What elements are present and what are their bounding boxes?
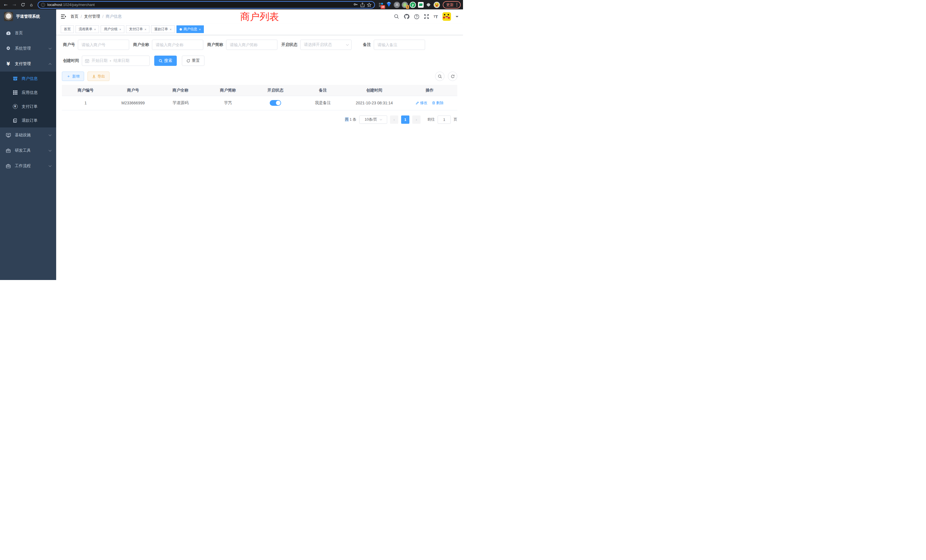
search-button[interactable]: 搜索 xyxy=(154,56,177,66)
sidebar-item-refund-order[interactable]: 退款订单 xyxy=(0,114,56,127)
close-icon[interactable]: × xyxy=(94,28,96,31)
sidebar: 芋道管理系统 首页 系统管理 ¥ 支付管理 xyxy=(0,9,56,280)
goto-page-input[interactable] xyxy=(437,115,451,124)
status-select[interactable]: 请选择开启状态 xyxy=(300,39,351,50)
chevron-up-icon xyxy=(49,63,51,66)
close-icon[interactable]: × xyxy=(169,28,171,31)
chevron-down-icon xyxy=(49,47,51,49)
avatar-caret-icon[interactable] xyxy=(455,16,458,19)
merchant-table: 商户编号 商户号 商户全称 商户简称 开启状态 备注 创建时间 操作 1 M23… xyxy=(62,85,457,110)
sidebar-logo[interactable]: 芋道管理系统 xyxy=(0,9,56,24)
merchant-no-input[interactable] xyxy=(78,39,129,50)
home-icon[interactable]: ⌂ xyxy=(28,2,35,8)
extension-gem-icon[interactable] xyxy=(386,2,392,8)
tab-merchant-info[interactable]: 商户信息× xyxy=(177,26,204,33)
refresh-table-button[interactable] xyxy=(448,71,457,81)
breadcrumb: 首页 / 支付管理 / 商户信息 xyxy=(70,14,122,19)
delete-link[interactable]: 删除 xyxy=(432,100,443,106)
sidebar-item-app-info[interactable]: 应用信息 xyxy=(0,86,56,100)
remark-label: 备注 xyxy=(363,42,371,47)
hamburger-collapse-icon[interactable] xyxy=(61,14,67,19)
github-icon[interactable] xyxy=(404,14,409,20)
full-name-input[interactable] xyxy=(152,39,203,50)
extension-chat-icon[interactable] xyxy=(418,2,424,8)
briefcase-icon xyxy=(6,164,11,168)
site-info-icon[interactable]: i xyxy=(41,3,45,7)
status-toggle[interactable] xyxy=(270,100,281,106)
pay-submenu: 商户信息 应用信息 ¥ 支付订单 退款订单 xyxy=(0,71,56,127)
password-key-icon[interactable] xyxy=(353,2,358,7)
plus-icon: ＋ xyxy=(67,74,70,79)
col-merchant-no: 商户号 xyxy=(109,85,156,96)
tab-user-group[interactable]: 用户分组× xyxy=(101,26,124,33)
fullscreen-icon[interactable] xyxy=(424,14,429,19)
sidebar-item-merchant-info[interactable]: 商户信息 xyxy=(0,71,56,86)
merchant-no-label: 商户号 xyxy=(63,42,75,47)
close-icon[interactable]: × xyxy=(199,28,201,31)
col-status: 开启状态 xyxy=(252,85,299,96)
breadcrumb-pay[interactable]: 支付管理 xyxy=(84,14,100,19)
cell-create-time: 2021-10-23 08:31:14 xyxy=(346,96,402,110)
extension-blob-icon[interactable]: 1 xyxy=(402,2,408,8)
close-icon[interactable]: × xyxy=(119,28,121,31)
sidebar-item-home[interactable]: 首页 xyxy=(0,26,56,41)
search-icon xyxy=(159,59,162,63)
address-bar[interactable]: i localhost:1024/pay/merchant xyxy=(38,1,375,9)
edit-link[interactable]: 修改 xyxy=(416,100,427,106)
help-icon[interactable] xyxy=(414,14,419,20)
url-text[interactable]: localhost:1024/pay/merchant xyxy=(47,3,351,7)
extension-command-icon[interactable]: ⌘ xyxy=(394,2,400,8)
page-size-select[interactable]: 10条/页 xyxy=(359,115,387,124)
extension-y-icon[interactable]: y xyxy=(410,2,416,8)
remark-input[interactable] xyxy=(374,39,425,50)
chrome-update-button[interactable]: 更新 xyxy=(443,1,461,9)
next-page-button[interactable]: › xyxy=(412,115,421,124)
grid-icon xyxy=(12,90,18,95)
close-icon[interactable]: × xyxy=(145,28,146,31)
table-row: 1 M233666999 芋道源码 芋艿 我是备注 2021-10-23 08:… xyxy=(62,96,457,110)
create-time-range-picker[interactable]: 开始日期 - 结束日期 xyxy=(82,56,150,66)
sidebar-item-system[interactable]: 系统管理 xyxy=(0,41,56,56)
browser-toolbar: ← → ⌂ i localhost:1024/pay/merchant 10 ⌘… xyxy=(0,0,463,9)
breadcrumb-merchant: 商户信息 xyxy=(106,14,122,19)
document-icon xyxy=(12,118,18,123)
gear-icon xyxy=(6,46,11,51)
tab-refund-order[interactable]: 退款订单× xyxy=(151,26,174,33)
sidebar-item-workflow[interactable]: 工作流程 xyxy=(0,158,56,174)
header-search-icon[interactable] xyxy=(394,14,399,19)
yen-icon: ¥ xyxy=(6,61,11,67)
extension-blocks-icon[interactable]: 10 xyxy=(378,2,384,8)
reset-button[interactable]: 重置 xyxy=(182,56,204,66)
breadcrumb-home[interactable]: 首页 xyxy=(70,14,79,19)
tab-process-form[interactable]: 流程表单× xyxy=(76,26,99,33)
sidebar-item-pay-order[interactable]: ¥ 支付订单 xyxy=(0,100,56,114)
share-icon[interactable] xyxy=(360,3,365,7)
bookmark-star-icon[interactable] xyxy=(367,3,371,7)
monitor-chart-icon xyxy=(6,133,11,138)
app-title: 芋道管理系统 xyxy=(16,14,40,19)
font-size-icon[interactable]: TT xyxy=(434,14,438,19)
back-icon[interactable]: ← xyxy=(2,2,9,8)
profile-avatar-icon[interactable] xyxy=(434,2,440,8)
add-button[interactable]: ＋ 新增 xyxy=(62,71,84,81)
sidebar-item-devtools[interactable]: 研发工具 xyxy=(0,143,56,158)
refresh-icon xyxy=(186,59,190,63)
tab-pay-order[interactable]: 支付订单× xyxy=(126,26,150,33)
sidebar-item-pay[interactable]: ¥ 支付管理 xyxy=(0,56,56,71)
extensions-puzzle-icon[interactable] xyxy=(426,2,432,8)
tab-home[interactable]: 首页 xyxy=(61,26,74,33)
user-avatar[interactable] xyxy=(442,12,451,21)
table-toolbar: ＋ 新增 导出 xyxy=(62,71,457,81)
show-search-toggle-button[interactable] xyxy=(435,71,445,81)
short-name-input[interactable] xyxy=(226,39,277,50)
chrome-menu-icon[interactable] xyxy=(457,3,457,6)
cell-remark: 我是备注 xyxy=(299,96,346,110)
prev-page-button[interactable]: ‹ xyxy=(390,115,398,124)
sidebar-item-infra[interactable]: 基础设施 xyxy=(0,127,56,143)
cell-merchant-id: 1 xyxy=(62,96,109,110)
chevron-down-icon xyxy=(346,43,349,46)
reload-icon[interactable] xyxy=(20,2,26,8)
forward-icon[interactable]: → xyxy=(11,2,18,8)
page-number-1[interactable]: 1 xyxy=(401,115,409,124)
export-button[interactable]: 导出 xyxy=(88,71,109,81)
